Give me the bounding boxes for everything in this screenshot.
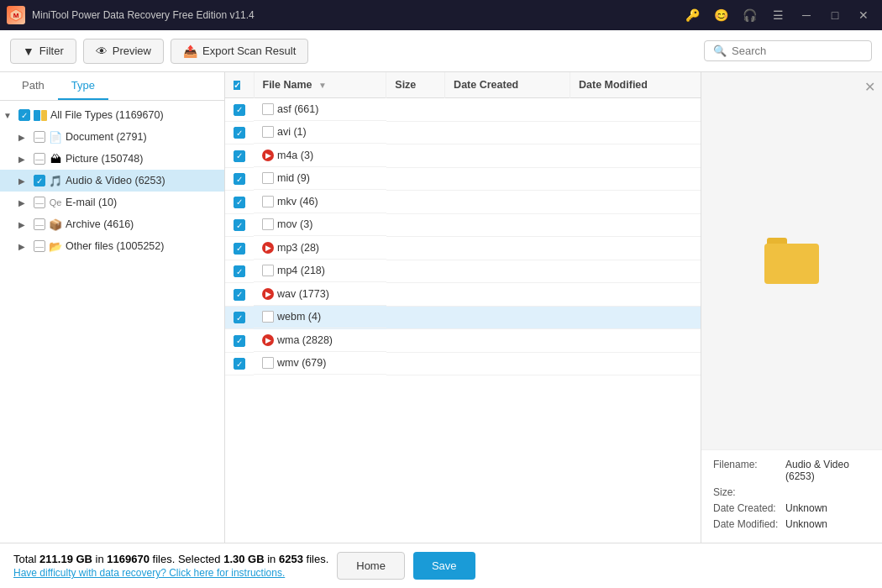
row-checkbox[interactable]: ✓ (234, 104, 245, 116)
col-header-date-created[interactable]: Date Created (445, 72, 570, 98)
filename-text: asf (661) (277, 103, 318, 115)
expand-arrow: ▶ (18, 155, 30, 164)
row-checkbox[interactable]: ✓ (234, 243, 245, 255)
email-checkbox[interactable]: — (34, 197, 45, 208)
table-row[interactable]: ✓wmv (679) (225, 352, 701, 375)
col-header-date-modified[interactable]: Date Modified (570, 72, 701, 98)
home-button[interactable]: Home (337, 552, 405, 580)
filter-button[interactable]: ▼ Filter (10, 39, 76, 64)
tab-path[interactable]: Path (8, 72, 58, 100)
row-checkbox[interactable]: ✓ (234, 197, 245, 208)
expand-arrow: ▶ (18, 133, 30, 142)
table-row[interactable]: ✓▶m4a (3) (225, 144, 701, 168)
sidebar-item-email[interactable]: ▶ — Qe E-mail (10) (0, 192, 224, 213)
maximize-button[interactable]: □ (823, 6, 847, 24)
row-checkbox[interactable]: ✓ (234, 219, 245, 231)
row-date-created (445, 260, 570, 283)
file-list-scroll[interactable]: ✓ File Name ▼ Size Date Created Date Mod… (225, 72, 701, 543)
header-checkbox[interactable]: ✓ (234, 81, 240, 90)
tab-bar: Path Type (0, 72, 224, 101)
other-checkbox[interactable]: — (34, 240, 45, 252)
row-date-modified (570, 260, 701, 283)
preview-icon: 👁 (96, 45, 108, 58)
row-filename: mov (3) (254, 213, 386, 236)
table-row[interactable]: ✓▶wma (2828) (225, 329, 701, 353)
media-icon: ▶ (262, 288, 274, 300)
table-row[interactable]: ✓avi (1) (225, 121, 701, 144)
preview-button[interactable]: 👁 Preview (83, 39, 164, 64)
table-row[interactable]: ✓mid (9) (225, 167, 701, 191)
sidebar-item-document[interactable]: ▶ — 📄 Document (2791) (0, 126, 224, 148)
row-filename: ▶wav (1773) (254, 283, 386, 306)
expand-arrow: ▼ (3, 111, 15, 120)
menu-icon[interactable]: ☰ (766, 6, 790, 24)
info-row-size: Size: (713, 486, 870, 498)
row-filename: mid (9) (254, 167, 386, 190)
preview-label: Preview (113, 45, 151, 57)
row-checkbox[interactable]: ✓ (234, 150, 245, 162)
row-checkbox[interactable]: ✓ (234, 312, 245, 323)
row-checkbox-cell: ✓ (225, 121, 254, 144)
selected-files-label: files. (307, 553, 329, 565)
tree-area: ▼ ✓ All File Types (1169670) ▶ — 📄 Docum… (0, 101, 224, 543)
tab-type[interactable]: Type (58, 72, 108, 100)
table-row[interactable]: ✓mkv (46) (225, 191, 701, 214)
bottom-actions: Home Save (337, 552, 475, 580)
search-input[interactable] (732, 45, 863, 57)
col-header-filename[interactable]: File Name ▼ (254, 72, 386, 98)
row-date-modified (570, 237, 701, 260)
file-table: ✓ File Name ▼ Size Date Created Date Mod… (225, 72, 701, 375)
table-row[interactable]: ✓mov (3) (225, 213, 701, 237)
sidebar-item-picture[interactable]: ▶ — 🏔 Picture (150748) (0, 148, 224, 170)
key-icon[interactable]: 🔑 (680, 6, 704, 24)
email-label: E-mail (10) (66, 197, 218, 208)
row-date-created (445, 121, 570, 144)
row-checkbox-cell: ✓ (225, 144, 254, 168)
table-row[interactable]: ✓▶wav (1773) (225, 283, 701, 307)
row-date-created (445, 144, 570, 168)
row-filename: ▶m4a (3) (254, 144, 386, 167)
table-row[interactable]: ✓asf (661) (225, 98, 701, 122)
table-row[interactable]: ✓webm (4) (225, 306, 701, 329)
sidebar-item-audio-video[interactable]: ▶ ✓ 🎵 Audio & Video (6253) (0, 170, 224, 192)
face-icon[interactable]: 😊 (709, 6, 732, 24)
file-info-panel: Filename: Audio & Video (6253) Size: Dat… (701, 449, 882, 543)
root-checkbox[interactable]: ✓ (18, 109, 30, 121)
expand-arrow: ▶ (18, 220, 30, 229)
row-checkbox[interactable]: ✓ (234, 173, 245, 185)
expand-arrow: ▶ (18, 242, 30, 251)
row-filename: mp4 (218) (254, 260, 386, 282)
minimize-button[interactable]: ─ (795, 6, 818, 24)
row-size (386, 260, 445, 283)
close-button[interactable]: ✕ (852, 6, 875, 24)
row-checkbox[interactable]: ✓ (234, 127, 245, 139)
save-button[interactable]: Save (413, 552, 475, 580)
table-row[interactable]: ✓mp4 (218) (225, 260, 701, 283)
sidebar-item-other[interactable]: ▶ — 📂 Other files (1005252) (0, 235, 224, 257)
help-link[interactable]: Have difficulty with data recovery? Clic… (13, 567, 328, 579)
headphone-icon[interactable]: 🎧 (738, 6, 761, 24)
row-date-created (445, 191, 570, 214)
close-preview-button[interactable]: ✕ (864, 79, 875, 95)
file-icon (262, 103, 274, 115)
table-row[interactable]: ✓▶mp3 (28) (225, 237, 701, 260)
export-button[interactable]: 📤 Export Scan Result (171, 39, 308, 64)
row-checkbox[interactable]: ✓ (234, 289, 245, 301)
archive-checkbox[interactable]: — (34, 218, 45, 230)
document-checkbox[interactable]: — (34, 131, 45, 143)
audio-video-checkbox[interactable]: ✓ (34, 175, 45, 186)
status-text-area: Total 211.19 GB in 1169670 files. Select… (13, 553, 328, 579)
tree-root[interactable]: ▼ ✓ All File Types (1169670) (0, 104, 224, 126)
row-checkbox-cell: ✓ (225, 98, 254, 122)
picture-checkbox[interactable]: — (34, 153, 45, 165)
date-created-label: Date Created: (713, 502, 780, 514)
file-icon (262, 311, 274, 323)
row-checkbox[interactable]: ✓ (234, 358, 245, 370)
row-checkbox[interactable]: ✓ (234, 265, 245, 277)
col-header-size[interactable]: Size (386, 72, 445, 98)
info-row-date-modified: Date Modified: Unknown (713, 518, 870, 530)
row-filename: asf (661) (254, 98, 386, 121)
row-checkbox[interactable]: ✓ (234, 335, 245, 347)
row-checkbox-cell: ✓ (225, 352, 254, 375)
sidebar-item-archive[interactable]: ▶ — 📦 Archive (4616) (0, 213, 224, 235)
